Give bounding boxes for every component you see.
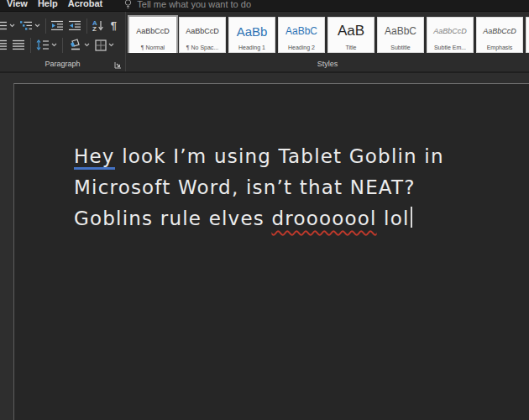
style-heading-2[interactable]: AaBbC Heading 2	[278, 17, 325, 53]
styles-group-label: Styles	[317, 60, 338, 68]
separator	[86, 18, 87, 34]
multilevel-list-button[interactable]	[18, 18, 43, 33]
style-emphasis[interactable]: AaBbCcD Emphasis	[476, 17, 523, 53]
increase-indent-button[interactable]	[66, 18, 84, 33]
document-line-2: Microsoft Word, isn’t that NEAT?	[74, 172, 444, 203]
increase-indent-icon	[69, 20, 81, 31]
sort-arrow-icon	[98, 20, 103, 31]
style-label: ¶ No Spac...	[180, 45, 225, 52]
line-spacing-icon	[36, 39, 50, 50]
text-cursor	[411, 207, 412, 228]
align-right-icon	[0, 39, 8, 50]
tell-me-label: Tell me what you want to do	[137, 0, 251, 9]
separator	[30, 38, 31, 53]
style-sample: AaBbC	[378, 18, 423, 45]
chevron-down-icon	[108, 43, 114, 47]
grammar-underlined-word: Hey	[74, 145, 115, 170]
sort-button[interactable]: A Z	[90, 18, 106, 34]
style-no-spacing[interactable]: AaBbCcD ¶ No Spac...	[179, 17, 226, 53]
line-text: look I’m using Tablet Goblin in	[115, 145, 444, 167]
style-sample: AaB	[328, 18, 374, 45]
menu-tab-help[interactable]: Help	[38, 0, 68, 10]
style-sample: AaBbCcD	[427, 18, 473, 45]
style-intense-emphasis[interactable]: AaB Inte	[526, 17, 529, 53]
shading-icon	[68, 39, 82, 51]
separator	[62, 38, 63, 53]
shading-button[interactable]	[65, 37, 92, 53]
style-sample: AaBbCcD	[180, 18, 225, 45]
paragraph-group: A Z ¶	[0, 12, 125, 71]
style-label: Subtle Em...	[427, 45, 473, 52]
paragraph-row-1: A Z ¶	[0, 16, 125, 35]
style-sample: AaBbCcD	[130, 18, 175, 45]
borders-icon	[95, 39, 107, 51]
chevron-down-icon	[84, 43, 90, 47]
style-sample: AaBbC	[279, 18, 324, 45]
paragraph-row-2	[0, 35, 125, 55]
document-area: Hey look I’m using Tablet Goblin in Micr…	[0, 73, 529, 420]
line-text: Goblins rule elves	[74, 207, 271, 229]
sort-icon: A Z	[92, 20, 97, 32]
style-label: Emphasis	[477, 45, 522, 52]
style-label: Heading 1	[229, 45, 275, 52]
multilevel-list-icon	[20, 20, 33, 31]
decrease-indent-button[interactable]	[49, 18, 66, 33]
style-label: Heading 2	[279, 45, 324, 52]
style-label: ¶ Normal	[130, 45, 175, 52]
decrease-indent-icon	[51, 20, 64, 31]
justify-icon	[13, 39, 25, 50]
borders-button[interactable]	[92, 38, 117, 53]
chevron-down-icon	[9, 24, 15, 28]
show-paragraph-marks-button[interactable]: ¶	[106, 19, 122, 32]
bullets-icon	[0, 20, 8, 31]
align-right-button[interactable]	[0, 38, 10, 52]
line-text: lol	[377, 207, 410, 229]
document-line-3: Goblins rule elves drooooool lol	[74, 203, 444, 234]
menu-bar: View Help Acrobat Tell me what you want …	[0, 0, 529, 12]
justify-button[interactable]	[10, 38, 28, 52]
ribbon: A Z ¶	[0, 12, 529, 73]
document-line-1: Hey look I’m using Tablet Goblin in	[74, 141, 444, 172]
menu-tab-view[interactable]: View	[7, 0, 38, 10]
style-sample: AaBb	[229, 18, 275, 45]
paragraph-dialog-launcher[interactable]	[114, 61, 122, 69]
chevron-down-icon	[51, 43, 57, 47]
style-label: Subtitle	[378, 45, 423, 52]
style-subtitle[interactable]: AaBbC Subtitle	[377, 17, 424, 53]
bullets-button[interactable]	[0, 18, 18, 33]
style-heading-1[interactable]: AaBb Heading 1	[228, 17, 275, 53]
word-app-window: View Help Acrobat Tell me what you want …	[0, 0, 529, 420]
lightbulb-icon	[124, 0, 132, 9]
document-page[interactable]: Hey look I’m using Tablet Goblin in Micr…	[13, 83, 529, 420]
menu-tab-acrobat[interactable]: Acrobat	[68, 0, 125, 10]
style-sample: AaBbCcD	[477, 18, 522, 45]
styles-gallery: AaBbCcD ¶ Normal AaBbCcD ¶ No Spac... Aa…	[126, 12, 529, 53]
style-title[interactable]: AaB Title	[327, 17, 374, 53]
tell-me-search[interactable]: Tell me what you want to do	[124, 0, 251, 9]
line-text: Microsoft Word, isn’t that NEAT?	[74, 176, 416, 198]
paragraph-group-label: Paragraph	[45, 60, 80, 68]
styles-group: AaBbCcD ¶ Normal AaBbCcD ¶ No Spac... Aa…	[126, 12, 529, 71]
chevron-down-icon	[34, 24, 40, 28]
style-normal[interactable]: AaBbCcD ¶ Normal	[129, 17, 176, 53]
style-label: Title	[328, 45, 374, 52]
misspelled-word: drooooool	[271, 207, 376, 229]
document-text[interactable]: Hey look I’m using Tablet Goblin in Micr…	[74, 141, 444, 234]
separator	[45, 18, 46, 34]
style-subtle-emphasis[interactable]: AaBbCcD Subtle Em...	[427, 17, 474, 53]
line-spacing-button[interactable]	[34, 38, 60, 52]
